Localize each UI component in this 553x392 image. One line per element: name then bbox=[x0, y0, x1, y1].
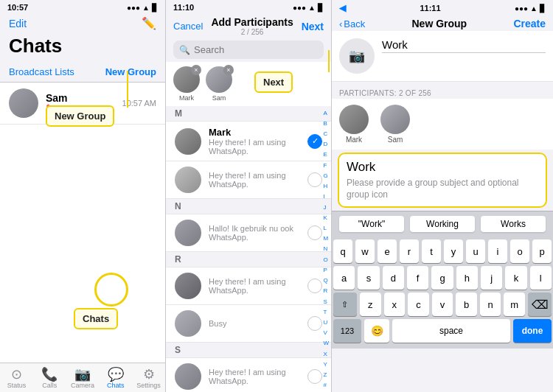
key-a[interactable]: a bbox=[333, 266, 355, 290]
participant-sam-p3: Sam bbox=[380, 105, 410, 144]
search-input[interactable] bbox=[194, 44, 318, 55]
contact-info-mark: Mark Hey there! I am using WhatsApp. bbox=[209, 127, 300, 155]
group-name-display[interactable]: Work bbox=[382, 38, 546, 51]
delete-key[interactable]: ⌫ bbox=[528, 293, 552, 316]
key-r[interactable]: r bbox=[400, 239, 419, 263]
calls-tab-icon: 📞 bbox=[41, 368, 58, 381]
tab-chats[interactable]: 💬 Chats bbox=[99, 366, 132, 391]
chip-mark: × Mark bbox=[173, 66, 200, 102]
key-m[interactable]: m bbox=[504, 293, 525, 316]
group-setup-row: 📷 Work bbox=[332, 31, 553, 82]
shift-key[interactable]: ⇧ bbox=[333, 293, 357, 316]
selected-participants-row: × Mark × Sam bbox=[166, 62, 331, 106]
back-button[interactable]: ‹ Back bbox=[339, 18, 365, 29]
key-q[interactable]: q bbox=[333, 239, 352, 263]
battery-icon-2: ▊ bbox=[318, 4, 324, 12]
key-s[interactable]: s bbox=[358, 266, 379, 290]
section-header-r: R bbox=[166, 252, 331, 267]
key-c[interactable]: c bbox=[408, 293, 429, 316]
chat-item-sam[interactable]: Sam ✏️ Hello 10:57 AM bbox=[0, 83, 165, 125]
check-m2[interactable] bbox=[307, 172, 322, 187]
tab-calls[interactable]: 📞 Calls bbox=[33, 366, 66, 391]
contact-s1[interactable]: Hey there! I am using WhatsApp. bbox=[166, 358, 331, 392]
key-l[interactable]: l bbox=[530, 266, 552, 290]
broadcast-lists-link[interactable]: Broadcast Lists bbox=[9, 66, 74, 77]
key-b[interactable]: b bbox=[456, 293, 477, 316]
cancel-button[interactable]: Cancel bbox=[173, 21, 203, 32]
new-group-link-top[interactable]: New Group bbox=[105, 66, 156, 77]
sam-avatar bbox=[9, 88, 38, 118]
key-d[interactable]: d bbox=[383, 266, 404, 290]
chats-title: Chats bbox=[0, 35, 165, 62]
signal-icon-3: ●●● bbox=[515, 4, 528, 13]
contact-mark[interactable]: Mark Hey there! I am using WhatsApp. ✓ bbox=[166, 122, 331, 161]
next-button[interactable]: Next bbox=[302, 21, 324, 32]
status-tab-label: Status bbox=[7, 382, 27, 389]
contact-r2[interactable]: Busy bbox=[166, 305, 331, 343]
chats-tab-label: Chats bbox=[107, 382, 125, 389]
check-r2[interactable] bbox=[307, 316, 322, 331]
chat-name-sam: Sam bbox=[46, 92, 115, 104]
tab-status[interactable]: ⊙ Status bbox=[0, 366, 33, 391]
contact-m2[interactable]: Hey there! I am using WhatsApp. bbox=[166, 161, 331, 199]
edit-button[interactable]: Edit bbox=[9, 18, 27, 29]
done-key[interactable]: done bbox=[513, 319, 552, 343]
key-p[interactable]: p bbox=[532, 239, 552, 263]
key-u[interactable]: u bbox=[466, 239, 485, 263]
key-h[interactable]: h bbox=[456, 266, 478, 290]
time-3: 11:11 bbox=[420, 4, 440, 13]
key-w[interactable]: w bbox=[355, 239, 375, 263]
search-bar[interactable]: 🔍 bbox=[173, 41, 324, 59]
check-r1[interactable] bbox=[307, 279, 322, 293]
contact-r1[interactable]: Hey there! I am using WhatsApp. bbox=[166, 267, 331, 305]
check-n1[interactable] bbox=[307, 225, 322, 240]
new-group-panel: ◀ 11:11 ●●● ▲ ▊ ‹ Back New Group Create … bbox=[332, 0, 553, 392]
status-bar-2: 11:10 ●●● ▲ ▊ bbox=[166, 0, 331, 13]
chip-remove-mark[interactable]: × bbox=[191, 65, 201, 75]
contact-info-r2: Busy bbox=[209, 319, 300, 328]
emoji-key[interactable]: 😊 bbox=[364, 319, 389, 343]
add-participants-title: Add Participants bbox=[211, 16, 293, 28]
kb-row-1: q w e r t y u i o p bbox=[333, 239, 552, 263]
settings-tab-icon: ⚙ bbox=[143, 368, 155, 381]
create-button[interactable]: Create bbox=[513, 18, 546, 29]
check-mark[interactable]: ✓ bbox=[307, 134, 322, 149]
key-e[interactable]: e bbox=[378, 239, 397, 263]
key-v[interactable]: v bbox=[432, 293, 453, 316]
suggestion-work-quoted[interactable]: "Work" bbox=[339, 216, 404, 232]
group-name-input-box[interactable]: Work Please provide a group subject and … bbox=[338, 153, 547, 208]
key-f[interactable]: f bbox=[407, 266, 428, 290]
key-j[interactable]: j bbox=[481, 266, 502, 290]
signal-icon-2: ●●● bbox=[293, 4, 306, 12]
key-z[interactable]: z bbox=[360, 293, 381, 316]
space-key[interactable]: space bbox=[392, 319, 510, 343]
broadcast-row: Broadcast Lists New Group bbox=[0, 62, 165, 83]
key-i[interactable]: i bbox=[488, 239, 507, 263]
participants-count-label: PARTICIPANTS: 2 OF 256 bbox=[332, 86, 553, 99]
alphabet-index[interactable]: ABCDE FGHIJ KLMNO PQRST UVWXY Z# bbox=[321, 106, 331, 392]
key-g[interactable]: g bbox=[431, 266, 453, 290]
check-s1[interactable] bbox=[307, 369, 322, 384]
numbers-key[interactable]: 123 bbox=[333, 319, 361, 343]
key-t[interactable]: t bbox=[422, 239, 441, 263]
contact-n1[interactable]: Hallo! Ik gebruik nu ook WhatsApp. bbox=[166, 214, 331, 252]
wifi-icon-3: ▲ bbox=[530, 4, 538, 13]
key-n[interactable]: n bbox=[480, 293, 501, 316]
chip-remove-sam[interactable]: × bbox=[223, 65, 234, 75]
add-participants-nav: Cancel Add Participants 2 / 256 Next bbox=[166, 13, 331, 38]
key-o[interactable]: o bbox=[510, 239, 529, 263]
chats-panel: 10:57 ●●● ▲ ▊ Edit ✏️ Chats Broadcast Li… bbox=[0, 0, 166, 392]
contact-info-n1: Hallo! Ik gebruik nu ook WhatsApp. bbox=[209, 224, 300, 242]
compose-icon[interactable]: ✏️ bbox=[142, 16, 156, 30]
key-x[interactable]: x bbox=[384, 293, 406, 316]
key-y[interactable]: y bbox=[444, 239, 463, 263]
suggestion-working[interactable]: Working bbox=[410, 216, 475, 232]
key-k[interactable]: k bbox=[505, 266, 526, 290]
tab-settings[interactable]: ⚙ Settings bbox=[132, 366, 165, 391]
settings-tab-label: Settings bbox=[136, 382, 161, 389]
suggestion-works[interactable]: Works bbox=[481, 216, 546, 232]
kb-row-2: a s d f g h j k l bbox=[333, 266, 552, 290]
group-icon-button[interactable]: 📷 bbox=[339, 38, 375, 74]
tab-camera[interactable]: 📷 Camera bbox=[66, 366, 100, 391]
participant-avatar-mark-p3 bbox=[339, 105, 369, 134]
